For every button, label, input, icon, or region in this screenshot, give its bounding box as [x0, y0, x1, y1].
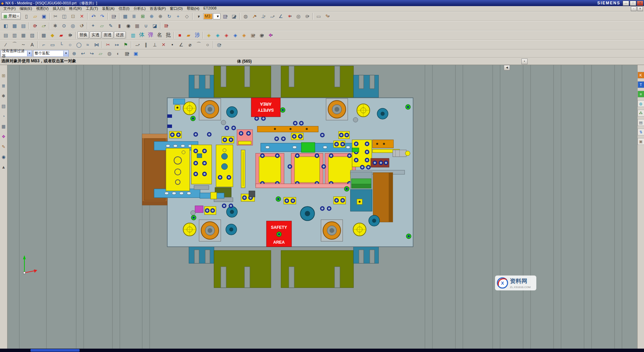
- orange-clamp-bar[interactable]: [257, 126, 318, 132]
- sphere-icon[interactable]: ◍: [638, 100, 644, 107]
- zoom-button[interactable]: ⊕: [148, 12, 156, 20]
- brush-button[interactable]: ▰: [57, 31, 65, 39]
- fit-view-button[interactable]: ⊞: [139, 12, 147, 20]
- stop-block[interactable]: [249, 191, 255, 197]
- m3-display-button[interactable]: M3: [203, 13, 212, 19]
- tag-cyan-button[interactable]: ◈: [214, 31, 222, 39]
- dimension-button[interactable]: ↔▾: [133, 41, 141, 49]
- rotate-view-button[interactable]: ↻: [165, 12, 173, 20]
- menu-item[interactable]: 分析(L): [131, 6, 147, 12]
- taskbar-item[interactable]: [30, 349, 80, 352]
- pan-button[interactable]: +: [174, 12, 182, 20]
- solid-cube-button[interactable]: ▣: [132, 49, 140, 58]
- find-button[interactable]: ⊙: [60, 22, 68, 30]
- ruler-button[interactable]: ▭: [315, 12, 323, 20]
- zoom-in-out-button[interactable]: ⊕: [156, 12, 165, 20]
- pencil-icon[interactable]: ✎: [0, 143, 7, 150]
- fillet-tool-button[interactable]: └: [57, 41, 65, 49]
- menu-item[interactable]: 装配(A): [100, 6, 116, 12]
- safety-area-bottom[interactable]: SAFETY AREA: [266, 221, 292, 247]
- plate-edge-tab[interactable]: [167, 125, 172, 128]
- angle-dimension-button[interactable]: ∠: [177, 41, 185, 49]
- redo-button[interactable]: ↷: [98, 12, 106, 20]
- minimize-button[interactable]: —: [623, 1, 629, 6]
- refresh-button[interactable]: ↺▾: [78, 22, 86, 30]
- menu-item[interactable]: 窗口(O): [168, 6, 185, 12]
- prompt-corner-button[interactable]: ▪: [521, 59, 528, 64]
- transparency-button[interactable]: ◍: [105, 49, 113, 58]
- face-translucency-button[interactable]: 面透: [102, 31, 113, 39]
- diameter-dimension-button[interactable]: ⌀: [186, 41, 194, 49]
- shaded-view-button[interactable]: ◑▾: [194, 12, 202, 20]
- previous-selection-button[interactable]: ↩: [79, 49, 87, 58]
- spline-tool-button[interactable]: ～: [19, 41, 27, 49]
- mirror-tool-button[interactable]: ⋈: [92, 41, 101, 49]
- menu-item[interactable]: 编辑(E): [18, 6, 34, 12]
- plane-button[interactable]: ▱: [98, 22, 106, 30]
- command-finder-button[interactable]: ▤▾: [110, 12, 118, 20]
- box-icon[interactable]: ▣: [638, 138, 644, 145]
- bars-icon[interactable]: ≡: [638, 91, 644, 97]
- body-display-button[interactable]: 体: [138, 31, 146, 39]
- move-component-button[interactable]: ↗▾: [250, 12, 258, 20]
- coincident-constraint-button[interactable]: ✕: [159, 41, 168, 49]
- arc-tool-button[interactable]: ⌒: [10, 41, 19, 49]
- visualization-c-button[interactable]: ▦: [19, 31, 27, 39]
- visualization-a-button[interactable]: ▤: [2, 31, 10, 39]
- selection-filter-dropdown[interactable]: 没有选择过滤器 ▼: [1, 50, 32, 57]
- dowel-pin[interactable]: [191, 211, 195, 215]
- palette-icon[interactable]: ❖: [0, 133, 7, 140]
- material-button[interactable]: ▩: [40, 31, 48, 39]
- rectangle-tool-button[interactable]: ▭: [48, 41, 57, 49]
- view-layout-button[interactable]: ▦: [121, 12, 129, 20]
- grid-button[interactable]: ▦▾: [123, 49, 131, 58]
- palette-button[interactable]: ❖▾: [266, 31, 275, 39]
- annotation-button[interactable]: ✎▾: [323, 12, 331, 20]
- assembly-constraints-button[interactable]: ⊥▾: [259, 12, 267, 20]
- solid-translucency-button[interactable]: 实透: [90, 31, 101, 39]
- close-button[interactable]: ✕: [637, 1, 643, 6]
- users-icon[interactable]: ◉: [0, 153, 7, 160]
- maximize-button[interactable]: □: [630, 1, 636, 6]
- menu-item[interactable]: 帮助(H): [185, 6, 201, 12]
- restore-button[interactable]: 还原: [114, 31, 126, 39]
- sketch-button[interactable]: ✎: [107, 22, 115, 30]
- directory-icon[interactable]: ⊞: [0, 72, 7, 79]
- extend-button[interactable]: ↦: [113, 41, 121, 49]
- ellipse-tool-button[interactable]: ◯: [75, 41, 83, 49]
- die-riser-strip[interactable]: [256, 184, 356, 188]
- explode-button[interactable]: ✶▾: [285, 12, 294, 20]
- safety-area-top[interactable]: SAFETY AREA: [251, 98, 280, 117]
- datum-plane-button[interactable]: ▱▾: [40, 22, 48, 30]
- part-navigator-icon[interactable]: ≣: [0, 82, 7, 89]
- datum-csys-button[interactable]: ⌖: [89, 22, 97, 30]
- graphics-viewport[interactable]: SAFETY AREA SAFETY AREA: [7, 65, 637, 349]
- orange-plate-button[interactable]: ▰: [185, 31, 193, 39]
- left-die-shoe[interactable]: [166, 148, 190, 191]
- sheet-icon[interactable]: ▤: [638, 119, 644, 126]
- interference-button[interactable]: 涉: [193, 31, 201, 39]
- profile-tool-button[interactable]: ⌐: [40, 41, 48, 49]
- visualization-d-button[interactable]: ▧: [28, 31, 36, 39]
- history-clock-icon[interactable]: ◔: [0, 112, 7, 120]
- circle-tool-button[interactable]: ○: [66, 41, 74, 49]
- copy-button[interactable]: ◫: [60, 12, 68, 20]
- undo-button[interactable]: ↶▾: [89, 12, 98, 20]
- key-icon[interactable]: K: [638, 72, 644, 79]
- spring-button[interactable]: 弹: [147, 31, 155, 39]
- unite-button[interactable]: ∪: [142, 22, 150, 30]
- background-color-button[interactable]: ▾: [213, 13, 221, 19]
- quick-trim-button[interactable]: ✂: [104, 41, 112, 49]
- doc-close-button[interactable]: ✕: [637, 6, 643, 11]
- display-mode-button[interactable]: ▧▾: [221, 12, 229, 20]
- open-folder-button[interactable]: ▱: [31, 12, 39, 20]
- plate-edge-tab[interactable]: [167, 114, 172, 118]
- parallel-constraint-button[interactable]: ∥: [142, 41, 150, 49]
- pointer-icon[interactable]: ▲: [0, 163, 7, 171]
- film-icon[interactable]: ▤: [0, 102, 7, 110]
- template-icon[interactable]: T: [638, 81, 644, 88]
- dowel-pin[interactable]: [221, 120, 226, 125]
- tag-orange-button[interactable]: ◈: [240, 31, 248, 39]
- radius-dimension-button[interactable]: ⌒: [195, 41, 203, 49]
- toolbar-collapse-button[interactable]: ◀: [504, 65, 510, 70]
